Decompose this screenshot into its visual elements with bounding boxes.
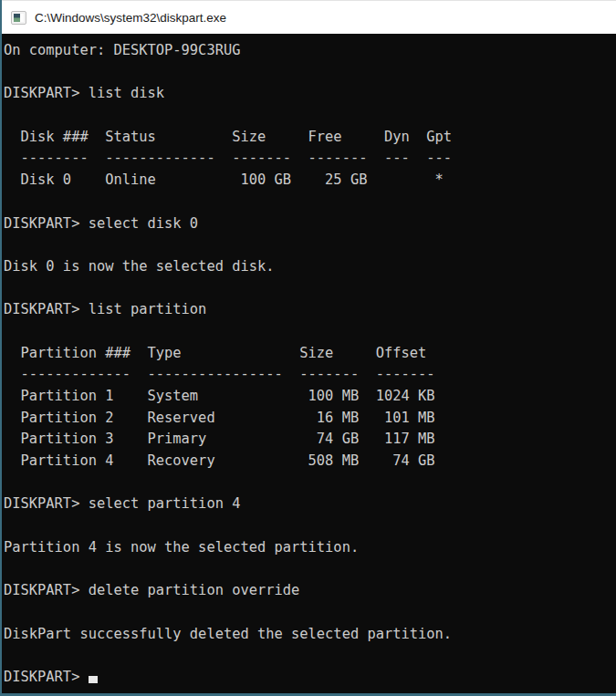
console-line bbox=[4, 278, 616, 300]
console-line bbox=[4, 559, 616, 581]
console-line bbox=[4, 515, 616, 537]
console-output[interactable]: On computer: DESKTOP-99C3RUGDISKPART> li… bbox=[2, 34, 616, 693]
console-line: ------------- ---------------- ------- -… bbox=[4, 364, 616, 386]
console-line: Disk 0 is now the selected disk. bbox=[4, 256, 616, 278]
console-line: DISKPART> list partition bbox=[4, 299, 616, 321]
text-cursor bbox=[89, 676, 98, 683]
console-app-icon-pane bbox=[14, 14, 20, 22]
console-line bbox=[4, 234, 616, 256]
console-line: Partition 3 Primary 74 GB 117 MB bbox=[4, 429, 616, 451]
diskpart-console-window: C:\Windows\system32\diskpart.exe On comp… bbox=[0, 0, 616, 696]
console-line bbox=[4, 602, 616, 624]
console-line: Partition 1 System 100 MB 1024 KB bbox=[4, 386, 616, 408]
console-line: DiskPart successfully deleted the select… bbox=[4, 624, 616, 646]
window-title: C:\Windows\system32\diskpart.exe bbox=[35, 11, 226, 25]
console-line: On computer: DESKTOP-99C3RUG bbox=[4, 40, 616, 62]
console-line: Partition 4 is now the selected partitio… bbox=[4, 537, 616, 559]
console-line bbox=[4, 645, 616, 667]
console-line: Disk 0 Online 100 GB 25 GB * bbox=[4, 170, 616, 192]
console-line bbox=[4, 105, 616, 127]
console-line: -------- ------------- ------- ------- -… bbox=[4, 148, 616, 170]
console-line: Partition 2 Reserved 16 MB 101 MB bbox=[4, 408, 616, 430]
console-line: DISKPART> select partition 4 bbox=[4, 493, 616, 515]
console-line bbox=[4, 192, 616, 213]
prompt-line: DISKPART> bbox=[4, 667, 616, 689]
console-app-icon bbox=[11, 11, 26, 25]
console-line: Disk ### Status Size Free Dyn Gpt bbox=[4, 127, 616, 149]
console-app-icon-pane bbox=[20, 14, 24, 22]
console-line: Partition 4 Recovery 508 MB 74 GB bbox=[4, 451, 616, 473]
console-line: DISKPART> select disk 0 bbox=[4, 213, 616, 235]
console-line bbox=[4, 321, 616, 343]
console-line: DISKPART> list disk bbox=[4, 83, 616, 105]
prompt-text: DISKPART> bbox=[4, 669, 89, 685]
window-titlebar[interactable]: C:\Windows\system32\diskpart.exe bbox=[2, 0, 616, 34]
console-line bbox=[4, 473, 616, 494]
console-line: Partition ### Type Size Offset bbox=[4, 343, 616, 365]
console-line bbox=[4, 62, 616, 84]
console-line: DISKPART> delete partition override bbox=[4, 580, 616, 602]
